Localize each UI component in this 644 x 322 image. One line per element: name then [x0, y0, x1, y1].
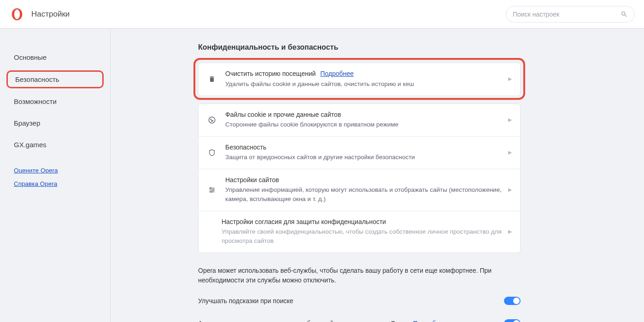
toggle-row-search-suggestions: Улучшать подсказки при поиске	[198, 296, 521, 306]
cookie-icon	[207, 116, 217, 124]
trash-icon	[207, 75, 217, 83]
row-title-text: Очистить историю посещений	[225, 70, 316, 77]
chevron-right-icon: ▶	[508, 229, 512, 235]
search-input[interactable]	[513, 11, 621, 18]
svg-point-3	[211, 119, 211, 120]
toggle-label-text: Улучшать подсказки при поиске	[198, 297, 293, 305]
row-sub-text: Защита от вредоносных сайтов и другие на…	[225, 153, 503, 162]
sidebar-item-gxgames[interactable]: GX.games	[0, 136, 110, 153]
toggle-label-text: Автоматически отправлять отчеты об авари…	[198, 320, 409, 322]
chevron-right-icon: ▶	[508, 76, 512, 82]
header: Настройки	[0, 0, 644, 29]
shield-icon	[207, 149, 217, 157]
row-sub-text: Сторонние файлы cookie блокируются в при…	[225, 120, 503, 129]
row-security[interactable]: Безопасность Защита от вредоносных сайто…	[199, 137, 520, 169]
sidebar: Основные Безопасность Возможности Браузе…	[0, 29, 111, 322]
toggle-row-crash-reports: Автоматически отправлять отчеты об авари…	[198, 319, 521, 322]
row-title-text: Безопасность	[225, 143, 503, 152]
svg-point-2	[209, 117, 215, 123]
page-title: Настройки	[31, 10, 70, 19]
row-title-text: Настройки согласия для защиты конфиденци…	[222, 218, 503, 227]
row-consent-settings[interactable]: Настройки согласия для защиты конфиденци…	[199, 211, 520, 253]
chevron-right-icon: ▶	[508, 187, 512, 193]
search-icon	[621, 11, 628, 18]
sidebar-item-features[interactable]: Возможности	[0, 93, 110, 110]
sidebar-item-security[interactable]: Безопасность	[6, 70, 104, 88]
row-title-text: Файлы cookie и прочие данные сайтов	[225, 110, 503, 120]
row-sub-text: Управление информацией, которую могут ис…	[225, 185, 503, 204]
sidebar-item-browser[interactable]: Браузер	[0, 115, 110, 132]
toggle-crash-reports[interactable]	[504, 319, 521, 322]
svg-point-10	[212, 189, 214, 190]
svg-point-5	[211, 121, 212, 121]
learn-more-link[interactable]: Подробнее	[413, 320, 447, 322]
svg-point-11	[211, 191, 212, 192]
opera-logo-icon	[10, 7, 24, 21]
section-heading-privacy: Конфиденциальность и безопасность	[198, 43, 521, 52]
row-site-settings[interactable]: Настройки сайтов Управление информацией,…	[199, 169, 520, 211]
row-sub-text: Удалить файлы cookie и данные сайтов, оч…	[225, 80, 503, 89]
row-clear-history[interactable]: Очистить историю посещений Подробнее Уда…	[198, 63, 521, 95]
main-content: Конфиденциальность и безопасность Очисти…	[111, 29, 644, 322]
web-services-note: Opera может использовать веб-службы, что…	[198, 266, 521, 285]
help-opera-link[interactable]: Справка Opera	[14, 180, 110, 187]
search-field[interactable]	[506, 6, 635, 23]
learn-more-link[interactable]: Подробнее	[320, 70, 354, 77]
chevron-right-icon: ▶	[508, 117, 512, 123]
row-title-text: Настройки сайтов	[225, 176, 503, 185]
svg-point-1	[14, 9, 20, 19]
sidebar-item-basic[interactable]: Основные	[0, 49, 110, 66]
svg-point-9	[210, 187, 211, 189]
row-sub-text: Управляйте своей конфиденциальностью, чт…	[222, 227, 503, 246]
chevron-right-icon: ▶	[508, 150, 512, 155]
toggle-search-suggestions[interactable]	[504, 297, 521, 305]
rate-opera-link[interactable]: Оцените Opera	[14, 167, 110, 174]
svg-point-4	[212, 121, 213, 121]
row-cookies[interactable]: Файлы cookie и прочие данные сайтов Стор…	[199, 104, 520, 137]
sliders-icon	[207, 186, 217, 194]
highlight-frame: Очистить историю посещений Подробнее Уда…	[193, 58, 525, 100]
